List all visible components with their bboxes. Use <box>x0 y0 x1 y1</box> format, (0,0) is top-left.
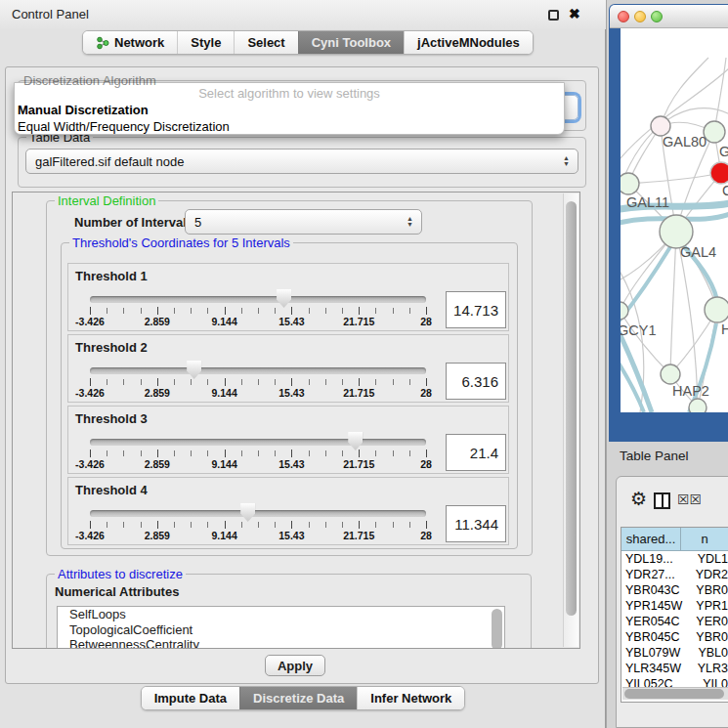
cell-shared-name: YPR145W <box>621 599 687 613</box>
cell-name: YBL0 <box>689 646 728 660</box>
slider-minor-ticks <box>90 450 427 456</box>
slider-handle[interactable] <box>277 289 291 308</box>
attribute-list-item[interactable]: BetweennessCentrality <box>58 637 504 649</box>
right-panel: GAL80 GA C GAL11 GAL4 GCY1 H HAP2 Table … <box>606 0 728 728</box>
slider-tick-label: -3.426 <box>75 316 105 327</box>
node-attribute-table[interactable]: shared... n YDL19...YDL1YDR27...YDR2YBR0… <box>621 527 728 703</box>
list-scrollbar-thumb[interactable] <box>492 609 502 649</box>
cell-shared-name: YBR043C <box>621 583 687 597</box>
close-icon[interactable]: ✖ <box>569 6 580 21</box>
number-of-intervals-combobox[interactable]: 5 ▲▼ <box>185 209 422 235</box>
threshold-value-field[interactable]: 6.316 <box>446 363 506 400</box>
attribute-list-item[interactable]: TopologicalCoefficient <box>58 622 504 638</box>
slider-tick-label: 9.144 <box>211 387 236 399</box>
node-hap2[interactable] <box>661 364 680 384</box>
tab-style[interactable]: Style <box>177 31 234 54</box>
table-data-combobox-value: galFiltered.sif default node <box>35 154 184 169</box>
threshold-row: Threshold 3-3.4262.8599.14415.4321.71528… <box>67 406 509 474</box>
slider-track[interactable] <box>90 439 426 446</box>
node-label: GAL80 <box>663 134 707 150</box>
slider-minor-ticks <box>90 308 427 314</box>
slider-major-tick <box>225 307 226 315</box>
slider-handle[interactable] <box>240 503 255 522</box>
table-row[interactable]: YLR345WYLR3 <box>621 661 728 676</box>
node-gal80[interactable] <box>651 116 670 136</box>
tab-network[interactable]: Network <box>83 31 177 54</box>
node-partial[interactable] <box>689 399 707 412</box>
algorithm-option-manual-discretization[interactable]: Manual Discretization <box>15 102 564 118</box>
table-row[interactable]: YBL079WYBL0 <box>621 645 728 661</box>
slider-track[interactable] <box>90 296 426 303</box>
column-layout-icon[interactable] <box>654 492 670 509</box>
node-gcy1[interactable] <box>621 302 628 320</box>
slider-major-tick <box>426 521 427 529</box>
table-data-combobox[interactable]: galFiltered.sif default node ▲▼ <box>25 149 578 174</box>
settings-vertical-scrollbar[interactable] <box>563 193 578 647</box>
checkbox-filter-icons[interactable]: ☒☒ <box>677 492 702 507</box>
slider-tick-label: 15.43 <box>278 316 304 327</box>
zoom-traffic-icon[interactable] <box>651 11 663 22</box>
slider-major-tick <box>90 307 91 315</box>
tab-label: jActiveMNodules <box>417 35 520 50</box>
table-row[interactable]: YPR145WYPR1 <box>621 598 728 614</box>
tab-impute-data[interactable]: Impute Data <box>142 687 239 709</box>
threshold-value-field[interactable]: 14.713 <box>446 291 506 328</box>
node-label: GCY1 <box>621 322 657 338</box>
tab-select[interactable]: Select <box>234 31 297 54</box>
node-h[interactable] <box>705 297 728 322</box>
slider-major-tick <box>225 450 226 457</box>
float-window-icon[interactable] <box>548 10 559 21</box>
scrollbar-thumb[interactable] <box>566 201 577 616</box>
node-gal4[interactable] <box>660 215 693 248</box>
slider-tick-label: 28 <box>420 530 432 541</box>
gear-icon[interactable]: ⚙ <box>630 488 647 510</box>
table-horizontal-scrollbar[interactable] <box>622 687 728 700</box>
table-row[interactable]: YBR045CYBR0 <box>621 629 728 645</box>
control-panel: Control Panel ✖ Network Style Select Cyn… <box>0 0 606 728</box>
algorithm-option-equal-width-frequency[interactable]: Equal Width/Frequency Discretization <box>15 118 564 135</box>
cell-shared-name: YDR27... <box>621 568 687 581</box>
slider-handle[interactable] <box>187 361 201 379</box>
table-row[interactable]: YBR043CYBR0 <box>621 582 728 598</box>
slider-track[interactable] <box>90 510 426 517</box>
tab-label: Cyni Toolbox <box>312 35 391 50</box>
table-row[interactable]: YDL19...YDL1 <box>621 551 728 567</box>
node-selected-red[interactable] <box>710 162 728 184</box>
discretization-algorithm-group-title: Discretization Algorithm <box>23 73 156 88</box>
tab-jactivemnodules[interactable]: jActiveMNodules <box>404 31 533 54</box>
slider-major-tick <box>291 521 292 529</box>
minimize-traffic-icon[interactable] <box>634 11 646 22</box>
apply-button[interactable]: Apply <box>265 655 325 676</box>
threshold-value-field[interactable]: 11.344 <box>446 505 506 542</box>
network-icon <box>96 36 109 50</box>
scrollbar-thumb[interactable] <box>624 689 724 699</box>
slider-track[interactable] <box>90 367 426 374</box>
slider-tick-label: 21.715 <box>343 458 374 470</box>
slider-major-tick <box>157 521 158 529</box>
network-canvas[interactable]: GAL80 GA C GAL11 GAL4 GCY1 H HAP2 <box>621 28 728 412</box>
threshold-label: Threshold 1 <box>75 269 148 283</box>
stepper-arrows-icon: ▲▼ <box>407 216 413 228</box>
node-ga[interactable] <box>704 121 725 143</box>
tab-cyni-toolbox[interactable]: Cyni Toolbox <box>298 31 404 54</box>
column-header-name[interactable]: n <box>681 528 728 550</box>
slider-major-tick <box>157 450 158 457</box>
tab-infer-network[interactable]: Infer Network <box>357 687 464 709</box>
attribute-list-item[interactable]: SelfLoops <box>58 607 504 622</box>
tab-label: Infer Network <box>370 691 451 706</box>
table-row[interactable]: YER054CYER0 <box>621 614 728 629</box>
node-label: C <box>722 183 728 198</box>
numerical-attributes-heading: Numerical Attributes <box>55 584 179 599</box>
node-gal11[interactable] <box>621 173 639 194</box>
network-view-window: GAL80 GA C GAL11 GAL4 GCY1 H HAP2 <box>609 4 728 442</box>
numerical-attributes-list[interactable]: SelfLoopsTopologicalCoefficientBetweenne… <box>57 606 505 649</box>
slider-major-tick <box>157 378 158 386</box>
bottom-tab-segment: Impute Data Discretize Data Infer Networ… <box>141 686 466 710</box>
slider-handle[interactable] <box>348 432 363 450</box>
table-row[interactable]: YDR27...YDR2 <box>621 567 728 582</box>
threshold-label: Threshold 3 <box>75 411 148 426</box>
column-header-shared-name[interactable]: shared... <box>621 528 681 550</box>
tab-discretize-data[interactable]: Discretize Data <box>239 687 357 709</box>
threshold-value-field[interactable]: 21.4 <box>446 434 506 471</box>
close-traffic-icon[interactable] <box>618 11 629 22</box>
